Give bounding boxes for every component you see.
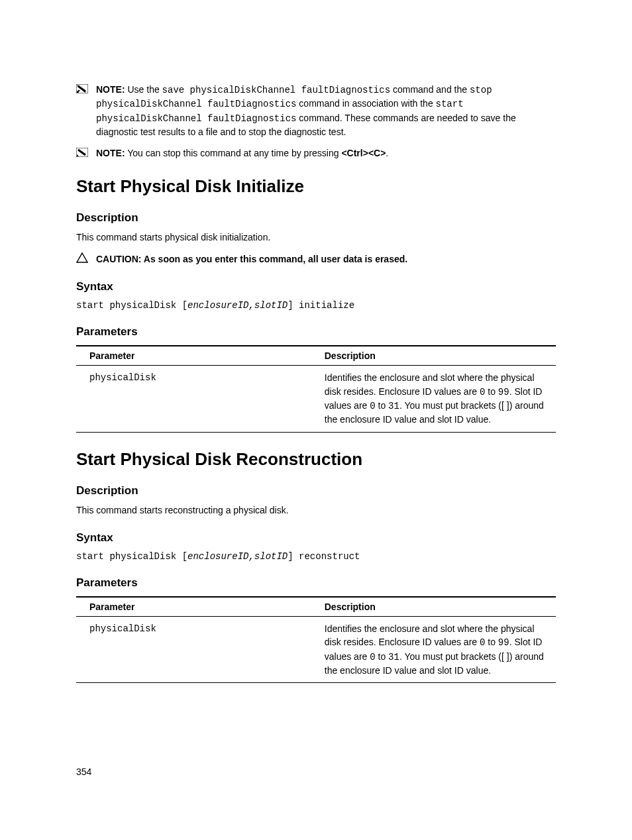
th-description: Description: [311, 597, 556, 617]
description-heading: Description: [76, 484, 556, 498]
caution-text: CAUTION: As soon as you enter this comma…: [96, 252, 407, 266]
note-label: NOTE:: [96, 148, 125, 158]
note-block-1: NOTE: Use the save physicalDiskChannel f…: [76, 83, 556, 138]
parameters-table-initialize: Parameter Description physicalDisk Ident…: [76, 345, 556, 432]
description-text: This command starts physical disk initia…: [76, 231, 556, 244]
th-parameter: Parameter: [76, 597, 311, 617]
th-parameter: Parameter: [76, 346, 311, 366]
note-pencil-icon: [76, 148, 88, 157]
td-param-name: physicalDisk: [76, 366, 311, 432]
caution-triangle-icon: [76, 252, 88, 263]
table-header-row: Parameter Description: [76, 597, 556, 617]
table-row: physicalDisk Identifies the enclosure an…: [76, 366, 556, 432]
caution-block: CAUTION: As soon as you enter this comma…: [76, 252, 556, 266]
section-title-initialize: Start Physical Disk Initialize: [76, 176, 556, 197]
description-heading: Description: [76, 211, 556, 225]
td-param-name: physicalDisk: [76, 617, 311, 683]
syntax-code: start physicalDisk [enclosureID,slotID] …: [76, 551, 556, 562]
parameters-table-reconstruction: Parameter Description physicalDisk Ident…: [76, 596, 556, 683]
td-param-desc: Identifies the enclosure and slot where …: [311, 366, 556, 432]
svg-marker-4: [77, 253, 87, 262]
syntax-heading: Syntax: [76, 531, 556, 545]
parameters-heading: Parameters: [76, 325, 556, 339]
note-pencil-icon: [76, 84, 88, 93]
th-description: Description: [311, 346, 556, 366]
parameters-heading: Parameters: [76, 576, 556, 590]
note-text-1: NOTE: Use the save physicalDiskChannel f…: [96, 83, 556, 138]
note-text-2: NOTE: You can stop this command at any t…: [96, 146, 388, 160]
syntax-heading: Syntax: [76, 280, 556, 293]
page-number: 354: [76, 766, 91, 777]
note-label: NOTE:: [96, 84, 125, 95]
syntax-code: start physicalDisk [enclosureID,slotID] …: [76, 300, 556, 311]
note-block-2: NOTE: You can stop this command at any t…: [76, 146, 556, 160]
table-row: physicalDisk Identifies the enclosure an…: [76, 617, 556, 683]
description-text: This command starts reconstructing a phy…: [76, 504, 556, 517]
page-content: NOTE: Use the save physicalDiskChannel f…: [0, 0, 632, 840]
td-param-desc: Identifies the enclosure and slot where …: [311, 617, 556, 683]
section-title-reconstruction: Start Physical Disk Reconstruction: [76, 449, 556, 470]
table-header-row: Parameter Description: [76, 346, 556, 366]
